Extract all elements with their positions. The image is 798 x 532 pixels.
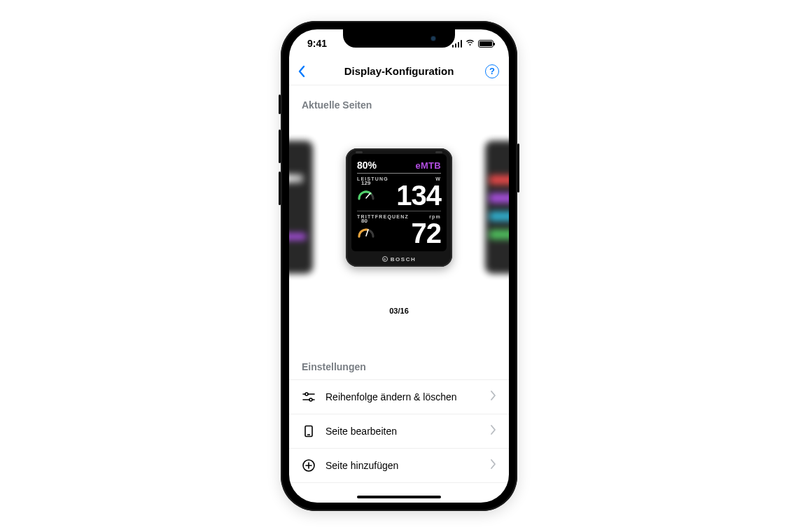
- phone-side-button: [279, 94, 281, 114]
- chevron-right-icon: [491, 459, 496, 472]
- device-mode: eMTB: [415, 160, 441, 171]
- phone-side-button: [279, 130, 281, 163]
- page-icon: [302, 424, 316, 438]
- carousel-peek-prev[interactable]: [289, 141, 313, 274]
- svg-line-0: [366, 193, 370, 198]
- help-button[interactable]: ?: [485, 64, 499, 78]
- carousel-peek-next[interactable]: [485, 141, 509, 274]
- status-indicators: [452, 38, 494, 49]
- metric-power-gauge-value: 129: [361, 180, 370, 186]
- settings-item-label: Seite bearbeiten: [326, 426, 481, 437]
- settings-item-add[interactable]: Seite hinzufügen: [289, 449, 509, 483]
- section-title-current-pages: Aktuelle Seiten: [289, 85, 509, 116]
- device-display: 80% eMTB LEISTUNG W 129: [351, 154, 447, 251]
- phone-screen: 9:41 Display-Konfiguration ? Aktuelle Se…: [289, 29, 509, 503]
- svg-point-3: [305, 393, 308, 396]
- gauge-icon: 80: [357, 224, 375, 242]
- metric-power: LEISTUNG W 129: [357, 176, 441, 209]
- home-indicator[interactable]: [357, 496, 441, 498]
- bosch-logo-icon: [382, 256, 388, 262]
- chevron-right-icon: [491, 425, 496, 438]
- device-battery-percent: 80%: [357, 160, 377, 171]
- phone-side-button: [279, 172, 281, 205]
- plus-circle-icon: [302, 458, 316, 472]
- metric-cadence-gauge-value: 80: [361, 218, 368, 224]
- section-title-settings: Einstellungen: [289, 318, 509, 380]
- metric-cadence: TRITTFREQUENZ rpm 80: [357, 214, 441, 247]
- device-brand-label: BOSCH: [391, 256, 416, 262]
- navbar: Display-Konfiguration ?: [289, 57, 509, 85]
- device-preview[interactable]: 80% eMTB LEISTUNG W 129: [346, 148, 452, 267]
- settings-item-label: Seite hinzufügen: [326, 460, 481, 471]
- page-counter: 03/16: [289, 307, 509, 315]
- back-button[interactable]: [298, 65, 306, 78]
- metric-power-value: 134: [379, 181, 441, 209]
- settings-item-reorder[interactable]: Reihenfolge ändern & löschen: [289, 380, 509, 414]
- phone-frame: 9:41 Display-Konfiguration ? Aktuelle Se…: [281, 21, 517, 511]
- page-title: Display-Konfiguration: [344, 65, 454, 77]
- wifi-icon: [465, 38, 475, 49]
- pages-carousel[interactable]: 80% eMTB LEISTUNG W 129: [289, 116, 509, 298]
- gauge-icon: 129: [357, 186, 375, 204]
- settings-item-edit[interactable]: Seite bearbeiten: [289, 414, 509, 449]
- phone-notch: [343, 29, 455, 48]
- svg-point-5: [309, 398, 312, 401]
- status-time: 9:41: [307, 38, 327, 49]
- chevron-right-icon: [491, 391, 496, 403]
- metric-cadence-value: 72: [379, 219, 441, 247]
- battery-icon: [478, 40, 493, 48]
- sliders-icon: [302, 390, 316, 404]
- device-brand: BOSCH: [351, 256, 447, 262]
- phone-side-button: [517, 144, 519, 192]
- settings-section: Einstellungen Reihenfolge ändern & lösch…: [289, 318, 509, 483]
- settings-item-label: Reihenfolge ändern & löschen: [326, 391, 481, 402]
